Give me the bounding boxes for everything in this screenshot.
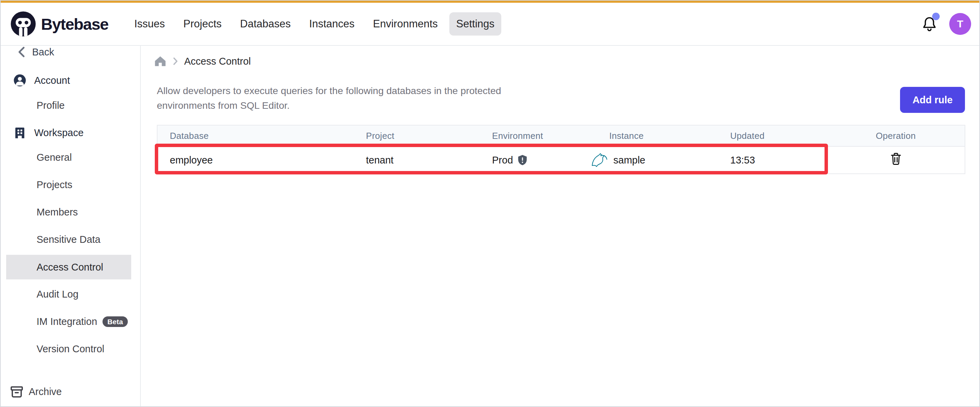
brand-name: Bytebase xyxy=(41,15,108,34)
project-cell: tenant xyxy=(366,155,492,166)
page-description: Allow developers to execute queries for … xyxy=(157,83,541,113)
sidebar-item-profile[interactable]: Profile xyxy=(0,96,140,115)
instance-cell: sample xyxy=(609,152,730,168)
nav-item-databases[interactable]: Databases xyxy=(233,12,298,35)
breadcrumb: Access Control xyxy=(154,56,251,67)
sidebar-item-sensitive-data[interactable]: Sensitive Data xyxy=(0,230,140,249)
column-header-environment: Environment xyxy=(492,131,609,141)
add-rule-button[interactable]: Add rule xyxy=(900,87,965,113)
operation-cell xyxy=(827,152,965,169)
building-icon xyxy=(13,126,27,140)
notification-dot xyxy=(932,13,940,20)
table-header-row: Database Project Environment Instance Up… xyxy=(158,126,965,147)
archive-icon xyxy=(10,385,24,399)
breadcrumb-chevron-icon xyxy=(172,57,179,65)
settings-sidebar: Back Account Profile Workspace General P… xyxy=(0,46,141,407)
sidebar-item-general[interactable]: General xyxy=(0,148,140,167)
sidebar-item-members[interactable]: Members xyxy=(0,203,140,222)
database-cell: employee xyxy=(158,155,366,166)
column-header-operation: Operation xyxy=(827,131,965,141)
sidebar-section-account[interactable]: Account xyxy=(0,71,140,90)
column-header-database: Database xyxy=(158,131,366,141)
table-row: employee tenant Prod sample xyxy=(158,147,965,173)
bytebase-logo-icon xyxy=(10,11,36,37)
beta-badge: Beta xyxy=(102,316,128,327)
column-header-updated: Updated xyxy=(730,131,827,141)
nav-item-settings[interactable]: Settings xyxy=(449,12,501,35)
sidebar-item-projects[interactable]: Projects xyxy=(0,175,140,194)
column-header-project: Project xyxy=(366,131,492,141)
updated-cell: 13:53 xyxy=(730,155,827,166)
bytebase-logo[interactable]: Bytebase xyxy=(10,11,108,37)
mysql-dolphin-icon xyxy=(591,152,609,168)
sidebar-back-button[interactable]: Back xyxy=(0,46,140,62)
main-nav: Issues Projects Databases Instances Envi… xyxy=(127,12,501,35)
user-circle-icon xyxy=(13,73,27,87)
home-icon[interactable] xyxy=(154,56,166,67)
sidebar-item-archive[interactable]: Archive xyxy=(0,382,140,401)
delete-rule-button[interactable] xyxy=(889,152,903,167)
column-header-instance: Instance xyxy=(609,131,730,141)
navbar-right: T xyxy=(921,13,971,35)
notification-bell-button[interactable] xyxy=(921,15,938,32)
demo-mode-banner xyxy=(0,0,980,3)
top-navbar: Bytebase Issues Projects Databases Insta… xyxy=(0,3,980,46)
nav-item-instances[interactable]: Instances xyxy=(302,12,361,35)
nav-item-projects[interactable]: Projects xyxy=(177,12,229,35)
access-rules-table: Database Project Environment Instance Up… xyxy=(157,125,965,174)
protected-environment-shield-icon xyxy=(517,154,528,166)
sidebar-item-audit-log[interactable]: Audit Log xyxy=(0,284,140,304)
nav-item-issues[interactable]: Issues xyxy=(127,12,172,35)
sidebar-item-version-control[interactable]: Version Control xyxy=(0,339,140,358)
sidebar-item-access-control[interactable]: Access Control xyxy=(6,255,131,279)
chevron-left-icon xyxy=(16,46,27,58)
breadcrumb-current: Access Control xyxy=(184,56,251,67)
sidebar-section-workspace[interactable]: Workspace xyxy=(0,123,140,142)
trash-icon xyxy=(889,152,903,166)
user-avatar[interactable]: T xyxy=(949,13,971,35)
access-control-page: Access Control Allow developers to execu… xyxy=(142,46,980,407)
sidebar-item-im-integration[interactable]: IM Integration Beta xyxy=(0,312,140,331)
nav-item-environments[interactable]: Environments xyxy=(366,12,445,35)
